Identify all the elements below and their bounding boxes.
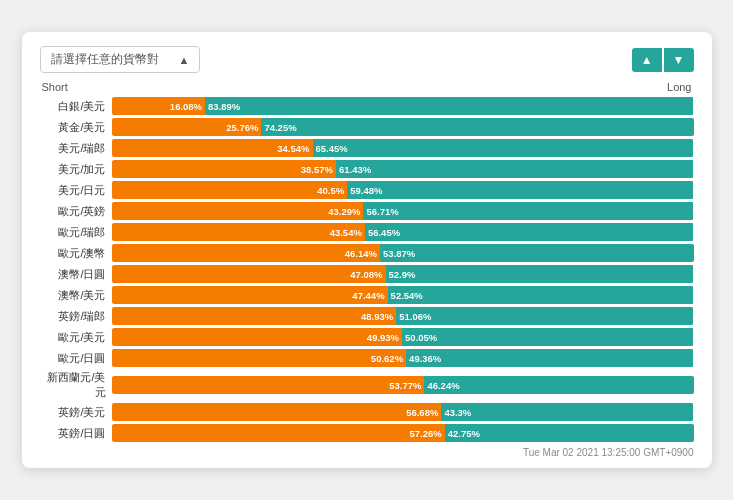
- bar-chart-row: 40.5%59.48%: [112, 181, 694, 199]
- table-row: 英鎊/美元56.68%43.3%: [40, 403, 694, 421]
- long-label: Long: [667, 81, 691, 93]
- currency-label: 美元/加元: [40, 162, 112, 177]
- table-row: 黃金/美元25.76%74.25%: [40, 118, 694, 136]
- short-bar: 57.26%: [112, 424, 445, 442]
- long-bar: 83.89%: [205, 97, 693, 115]
- long-bar: 59.48%: [347, 181, 693, 199]
- bar-chart-row: 34.54%65.45%: [112, 139, 694, 157]
- table-row: 歐元/澳幣46.14%53.87%: [40, 244, 694, 262]
- currency-label: 歐元/瑞郎: [40, 225, 112, 240]
- short-bar: 56.68%: [112, 403, 442, 421]
- long-bar: 43.3%: [441, 403, 693, 421]
- short-bar: 46.14%: [112, 244, 381, 262]
- long-bar: 42.75%: [445, 424, 694, 442]
- long-bar: 61.43%: [336, 160, 694, 178]
- axis-labels: Short Long: [40, 81, 694, 93]
- sort-btn-group: ▲ ▼: [632, 48, 694, 72]
- short-bar: 16.08%: [112, 97, 206, 115]
- long-bar: 74.25%: [261, 118, 693, 136]
- table-row: 歐元/美元49.93%50.05%: [40, 328, 694, 346]
- bar-chart-row: 43.54%56.45%: [112, 223, 694, 241]
- bar-chart-row: 46.14%53.87%: [112, 244, 694, 262]
- long-bar: 56.45%: [365, 223, 694, 241]
- long-bar: 52.54%: [388, 286, 694, 304]
- short-bar: 53.77%: [112, 376, 425, 394]
- bar-chart-row: 16.08%83.89%: [112, 97, 694, 115]
- currency-label: 歐元/英鎊: [40, 204, 112, 219]
- currency-label: 新西蘭元/美元: [40, 370, 112, 400]
- long-bar: 49.36%: [406, 349, 693, 367]
- table-row: 美元/加元38.57%61.43%: [40, 160, 694, 178]
- bar-chart-row: 57.26%42.75%: [112, 424, 694, 442]
- long-bar: 50.05%: [402, 328, 693, 346]
- bar-chart-row: 49.93%50.05%: [112, 328, 694, 346]
- table-row: 澳幣/美元47.44%52.54%: [40, 286, 694, 304]
- short-label: Short: [42, 81, 68, 93]
- short-bar: 25.76%: [112, 118, 262, 136]
- long-bar: 46.24%: [424, 376, 693, 394]
- currency-label: 歐元/澳幣: [40, 246, 112, 261]
- currency-label: 美元/瑞郎: [40, 141, 112, 156]
- bar-chart-row: 53.77%46.24%: [112, 376, 694, 394]
- table-row: 白銀/美元16.08%83.89%: [40, 97, 694, 115]
- table-row: 新西蘭元/美元53.77%46.24%: [40, 370, 694, 400]
- short-bar: 49.93%: [112, 328, 403, 346]
- timestamp: Tue Mar 02 2021 13:25:00 GMT+0900: [40, 447, 694, 458]
- short-bar: 38.57%: [112, 160, 336, 178]
- currency-label: 澳幣/日圓: [40, 267, 112, 282]
- table-row: 英鎊/日圓57.26%42.75%: [40, 424, 694, 442]
- bar-chart-row: 43.29%56.71%: [112, 202, 694, 220]
- long-bar: 52.9%: [386, 265, 694, 283]
- bar-chart-row: 56.68%43.3%: [112, 403, 694, 421]
- table-row: 澳幣/日圓47.08%52.9%: [40, 265, 694, 283]
- currency-label: 英鎊/日圓: [40, 426, 112, 441]
- sort-down-button[interactable]: ▼: [664, 48, 694, 72]
- long-bar: 53.87%: [380, 244, 693, 262]
- currency-label: 白銀/美元: [40, 99, 112, 114]
- dropdown-arrow-icon: ▲: [179, 54, 190, 66]
- short-bar: 47.44%: [112, 286, 388, 304]
- table-row: 美元/日元40.5%59.48%: [40, 181, 694, 199]
- currency-label: 澳幣/美元: [40, 288, 112, 303]
- long-bar: 51.06%: [396, 307, 693, 325]
- short-bar: 43.54%: [112, 223, 365, 241]
- short-bar: 43.29%: [112, 202, 364, 220]
- bar-chart-row: 47.44%52.54%: [112, 286, 694, 304]
- currency-label: 歐元/日圓: [40, 351, 112, 366]
- bar-chart-row: 48.93%51.06%: [112, 307, 694, 325]
- currency-label: 英鎊/瑞郎: [40, 309, 112, 324]
- currency-label: 歐元/美元: [40, 330, 112, 345]
- bar-chart-row: 25.76%74.25%: [112, 118, 694, 136]
- top-bar: 請選擇任意的貨幣對 ▲ ▲ ▼: [40, 46, 694, 73]
- short-bar: 40.5%: [112, 181, 348, 199]
- table-row: 歐元/日圓50.62%49.36%: [40, 349, 694, 367]
- long-bar: 56.71%: [363, 202, 693, 220]
- table-row: 美元/瑞郎34.54%65.45%: [40, 139, 694, 157]
- short-bar: 34.54%: [112, 139, 313, 157]
- bars-container: 白銀/美元16.08%83.89%黃金/美元25.76%74.25%美元/瑞郎3…: [40, 97, 694, 442]
- long-bar: 65.45%: [313, 139, 694, 157]
- short-bar: 47.08%: [112, 265, 386, 283]
- bar-chart-row: 38.57%61.43%: [112, 160, 694, 178]
- currency-dropdown[interactable]: 請選擇任意的貨幣對 ▲: [40, 46, 201, 73]
- dropdown-label: 請選擇任意的貨幣對: [51, 51, 159, 68]
- short-bar: 50.62%: [112, 349, 407, 367]
- currency-label: 美元/日元: [40, 183, 112, 198]
- sort-up-button[interactable]: ▲: [632, 48, 662, 72]
- bar-chart-row: 47.08%52.9%: [112, 265, 694, 283]
- short-bar: 48.93%: [112, 307, 397, 325]
- main-card: 請選擇任意的貨幣對 ▲ ▲ ▼ Short Long 白銀/美元16.08%83…: [22, 32, 712, 468]
- bar-chart-row: 50.62%49.36%: [112, 349, 694, 367]
- table-row: 歐元/瑞郎43.54%56.45%: [40, 223, 694, 241]
- table-row: 歐元/英鎊43.29%56.71%: [40, 202, 694, 220]
- currency-label: 黃金/美元: [40, 120, 112, 135]
- currency-label: 英鎊/美元: [40, 405, 112, 420]
- table-row: 英鎊/瑞郎48.93%51.06%: [40, 307, 694, 325]
